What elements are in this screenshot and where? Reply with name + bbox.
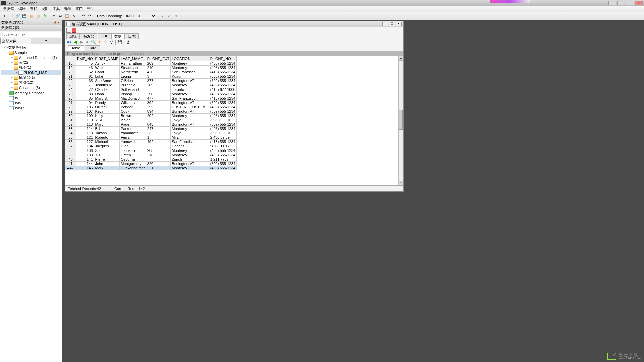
cell[interactable]: (408) 555-1234 [209,61,236,66]
table-icon[interactable]: ▦ [28,13,34,19]
table-row[interactable]: 36127MichaelYanowski492San Francisco(415… [65,140,237,144]
cell[interactable]: 83 [76,92,94,96]
table-row[interactable]: 31110YukiIchida22Tokyo3 5350 0901 [65,118,237,122]
cell[interactable]: 113 [76,122,94,127]
vertical-scrollbar[interactable]: ▴ ▾ [398,56,403,185]
prev-record-icon[interactable]: ◀ [72,40,78,45]
cell[interactable]: 209 [146,61,171,66]
cell[interactable]: 255 [146,105,171,109]
cell[interactable]: 210 [146,66,171,70]
row-number[interactable]: 39 [65,153,76,157]
cell[interactable]: Pierre [94,157,120,162]
cell[interactable]: 892 [146,101,171,105]
column-icon[interactable]: ▥ [35,13,41,19]
row-number[interactable]: 40 [65,157,76,162]
star-fav-icon[interactable]: ★ [97,40,102,45]
cell[interactable]: Burlington VT [171,79,209,83]
cell[interactable]: 221 [146,166,171,170]
row-number[interactable]: 41 [65,162,76,166]
maximize-button[interactable]: ☐ [626,1,634,5]
mdi-tab-4[interactable]: 日志 [125,33,139,39]
cell[interactable]: (802) 555-1234 [209,109,236,114]
cell[interactable]: Scott [94,148,120,153]
row-number[interactable]: 34 [65,131,76,135]
cell[interactable]: 141 [76,157,94,162]
cell[interactable]: Dana [94,92,120,96]
cell[interactable]: Guckenheimer [120,166,146,170]
data-grid-wrap[interactable]: EMP_NOFIRST_NAMELAST_NAMEPHONE_EXTLOCATI… [65,56,403,185]
cell[interactable]: (408) 555-1234 [209,83,236,87]
cell[interactable]: Montgomery [120,162,146,166]
cell[interactable]: Monterey [171,83,209,87]
row-number[interactable]: 36 [65,140,76,144]
mdi-tab-3[interactable]: 数据 [111,33,125,39]
cell[interactable]: Roberto [94,135,120,140]
cell[interactable]: (408) 555-1234 [209,66,236,70]
row-number[interactable]: 26 [65,96,76,101]
cell[interactable]: Tokyo [171,131,209,135]
cell[interactable]: San Francisco [171,70,209,74]
cell[interactable]: Monterey [171,114,209,118]
cell[interactable]: 134 [76,144,94,148]
cell[interactable]: Mark [94,166,120,170]
cell[interactable] [146,87,171,92]
mdi-minimize-button[interactable]: — [382,22,388,26]
table-row[interactable]: 40141PierreOsborneZurich1 211 7767 [65,157,237,162]
zoom-icon[interactable]: 🔍 [91,40,96,45]
scroll-thumb[interactable] [399,110,403,130]
cell[interactable]: 477 [146,96,171,101]
cell[interactable]: (802) 555-1234 [209,162,236,166]
cell[interactable]: Burbank [120,83,146,87]
tree-views[interactable]: −视图(1) [1,65,61,70]
cell[interactable]: 202 [146,114,171,118]
cell[interactable]: 94 [76,101,94,105]
row-number[interactable]: 28 [65,105,76,109]
cell[interactable]: San Francisco [171,140,209,144]
cell[interactable]: 105 [76,105,94,109]
menu-help[interactable]: 帮助 [85,6,96,12]
table-row[interactable]: 1845AshokRamanathan209Monterey(408) 555-… [65,61,237,66]
cell[interactable]: Kevin [94,109,120,114]
mdi-tab-2[interactable]: DDL [98,33,111,39]
cell[interactable]: 22 [146,118,171,122]
cell[interactable]: Yamamoto [120,131,146,135]
cell[interactable]: 3 5350 0901 [209,131,236,135]
cell[interactable]: 1 [146,135,171,140]
tree-phone-list[interactable]: +PHONE_LIST [1,70,61,75]
row-number[interactable]: 27 [65,101,76,105]
cell[interactable]: 2 430 39 39 [209,135,236,140]
cell[interactable]: 71 [76,83,94,87]
table-row[interactable]: 2794RandyWilliams892Burlington VT(802) 5… [65,101,237,105]
cell[interactable]: Zurich [171,157,209,162]
encoding-select[interactable]: UNICODE [123,13,156,19]
cell[interactable]: Michael [94,140,120,144]
cell[interactable]: (408) 555-1234 [209,127,236,131]
cell[interactable]: Leung [120,74,146,79]
cell[interactable]: 127 [76,140,94,144]
table-row[interactable]: 2265Sue AnneO'Brien877Burlington VT(802)… [65,79,237,83]
cell[interactable]: (408) 555-1234 [209,153,236,157]
cell[interactable]: 877 [146,79,171,83]
cell[interactable]: Milan [171,135,209,140]
cell[interactable]: (408) 555-1234 [209,148,236,153]
mdi-tab-0[interactable]: 编辑 [66,33,80,39]
cell[interactable]: (416) 677-1000 [209,87,236,92]
cell[interactable]: Ramanathan [120,61,146,66]
row-number[interactable]: 22 [65,79,76,83]
object-type-combo[interactable]: 全部对象 ▼ [0,38,61,44]
save-icon[interactable]: 💾 [117,40,122,45]
row-number[interactable]: 20 [65,70,76,74]
cell[interactable]: CUST_NOCUSTOME [171,105,209,109]
table-row[interactable]: 34118TakashiYamamoto23Tokyo3 5350 0901 [65,131,237,135]
cell[interactable]: Bill [94,127,120,131]
row-number[interactable]: 42 [65,166,76,170]
print-icon[interactable]: 🖨 [125,40,131,45]
table-row[interactable]: 2371Jennifer M.Burbank289Monterey(408) 5… [65,83,237,87]
mdi-close-button[interactable]: ✕ [396,22,402,26]
cell[interactable]: Ichida [120,118,146,122]
cell[interactable]: 121 [76,135,94,140]
cell[interactable]: (408) 555-1234 [209,166,236,170]
col-header[interactable]: PHONE_EXT [146,56,171,61]
redo-icon[interactable]: ↷ [87,13,93,19]
cell[interactable]: 114 [76,127,94,131]
